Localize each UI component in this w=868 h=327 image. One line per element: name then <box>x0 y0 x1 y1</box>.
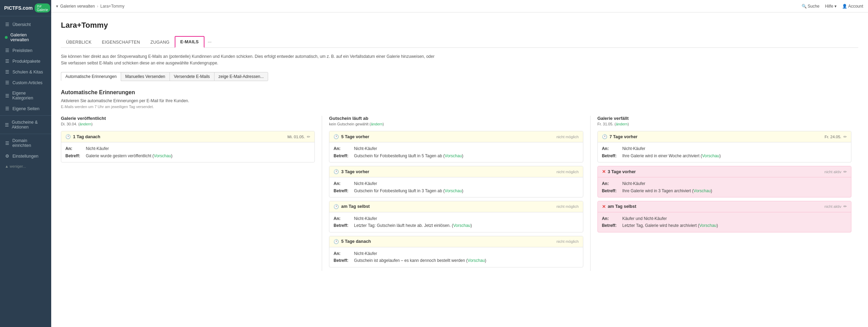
card-body-1-tag: An: Nicht-Käufer Betreff: Galerie wurde … <box>61 142 314 162</box>
subtab-manuelles[interactable]: Manuelles Versenden <box>121 72 169 81</box>
email-card-3-vorher-inactive: ✕ 3 Tage vorher nicht aktiv ✏ An: Nicht-… <box>597 166 851 197</box>
card-header-right: nicht möglich <box>556 170 578 174</box>
card-body-5v: An: Nicht-Käufer Betreff: Gutschein für … <box>329 142 583 162</box>
betreff-value: Ihre Galerie wird in 3 Tagen archiviert … <box>622 187 712 194</box>
col-title-3: Galerie verfällt <box>597 116 851 121</box>
col-subtitle-link-2[interactable]: ändern <box>371 122 383 126</box>
breadcrumb: ▾ Galerien verwalten › Lara+Tommy <box>56 4 799 9</box>
sidebar-item-label: Übersicht <box>12 22 31 27</box>
betreff-label: Betreff: <box>334 187 353 194</box>
sidebar-item-schulen[interactable]: ☰ Schulen & Kitas <box>0 67 51 77</box>
column-galerie-verfaellt: Galerie verfällt Fr. 31.05. (ändern) 🕐 7… <box>597 116 858 271</box>
sidebar-item-gutscheine[interactable]: ☰ Gutscheine & Aktionen <box>0 117 51 132</box>
vorschau-link[interactable]: Vorschau <box>468 258 485 263</box>
vorschau-link[interactable]: Vorschau <box>154 153 171 158</box>
x-icon: ✕ <box>602 204 606 209</box>
an-label: An: <box>65 145 84 152</box>
not-possible-badge: nicht möglich <box>556 135 578 139</box>
sidebar-item-produktpakete[interactable]: ☰ Produktpakete <box>0 56 51 67</box>
card-header-3v-inactive: ✕ 3 Tage vorher nicht aktiv ✏ <box>598 166 851 177</box>
an-label: An: <box>334 215 353 222</box>
vorschau-link[interactable]: Vorschau <box>445 153 462 158</box>
edit-icon-7v[interactable]: ✏ <box>843 134 847 139</box>
vorschau-link[interactable]: Vorschau <box>699 223 716 228</box>
an-label: An: <box>334 145 353 152</box>
not-possible-badge: nicht möglich <box>556 170 578 174</box>
sidebar-item-label: Eigene Kategorien <box>12 91 46 100</box>
card-header-5d: 🕐 5 Tage danach nicht möglich <box>329 236 583 247</box>
card-body-3v-inactive: An: Nicht-Käufer Betreff: Ihre Galerie w… <box>598 177 851 197</box>
card-header-3v: 🕐 3 Tage vorher nicht möglich <box>329 166 583 177</box>
card-header-right: nicht aktiv ✏ <box>824 169 847 174</box>
kategorien-icon: ☰ <box>5 93 9 98</box>
tab-emails[interactable]: E-MAILS <box>175 36 204 48</box>
subtab-automatische[interactable]: Automatische Erinnerungen <box>61 72 121 81</box>
betreff-label: Betreff: <box>602 152 621 159</box>
account-action[interactable]: 👤 Account <box>842 4 863 9</box>
settings-icon: ⚙ <box>5 153 10 159</box>
email-an-field: An: Nicht-Käufer <box>334 250 578 257</box>
sidebar-item-custom[interactable]: ☰ Custom Articles <box>0 77 51 88</box>
an-value: Nicht-Käufer <box>622 180 646 187</box>
col-subtitle-link-1[interactable]: ändern <box>80 122 91 126</box>
col-subtitle-link-3[interactable]: ändern <box>616 122 628 126</box>
sidebar-collapse[interactable]: ▲ weniger... <box>0 161 51 171</box>
zur-galerie-badge[interactable]: zur Galerie <box>35 3 50 12</box>
email-an-field: An: Käufer und Nicht-Käufer <box>602 215 847 222</box>
email-betreff-field: Betreff: Letzter Tag, Galerie wird heute… <box>602 222 847 229</box>
card-label: am Tag selbst <box>608 204 636 209</box>
email-betreff-field: Betreff: Galerie wurde gestern veröffent… <box>65 152 310 159</box>
an-label: An: <box>602 180 621 187</box>
card-header-right: nicht aktiv ✏ <box>824 204 847 209</box>
sidebar-item-label: Galerien verwalten <box>10 33 46 42</box>
card-header-left: 🕐 1 Tag danach <box>65 134 100 139</box>
card-label: am Tag selbst <box>341 204 369 209</box>
vorschau-link[interactable]: Vorschau <box>694 188 711 193</box>
an-value: Nicht-Käufer <box>86 145 109 152</box>
logo-area: PICTFS.com zur Galerie <box>0 0 51 16</box>
edit-icon-1[interactable]: ✏ <box>307 134 310 139</box>
page-title: Lara+Tommy <box>61 21 858 30</box>
subtab-zeige[interactable]: zeige E-Mail-Adressen... <box>214 72 268 81</box>
topbar: ▾ Galerien verwalten › Lara+Tommy 🔍 Such… <box>51 0 868 12</box>
not-active-badge: nicht aktiv <box>824 170 841 174</box>
card-label: 1 Tag danach <box>73 134 100 139</box>
sidebar-item-seiten[interactable]: ☰ Eigene Seiten <box>0 103 51 114</box>
email-card-am-tag: 🕐 am Tag selbst nicht möglich An: Nicht-… <box>329 201 583 232</box>
betreff-label: Betreff: <box>334 257 353 264</box>
vorschau-link[interactable]: Vorschau <box>702 153 719 158</box>
breadcrumb-galerien[interactable]: Galerien verwalten <box>60 4 95 9</box>
vorschau-link[interactable]: Vorschau <box>453 223 470 228</box>
sidebar-item-einstellungen[interactable]: ⚙ Einstellungen <box>0 151 51 161</box>
sidebar-item-uebersicht[interactable]: ☰ Übersicht <box>0 19 51 30</box>
card-header-7v: 🕐 7 Tage vorher Fr. 24.05. ✏ <box>598 131 851 142</box>
help-action[interactable]: Hilfe ▾ <box>825 4 837 9</box>
custom-icon: ☰ <box>5 80 10 85</box>
card-label: 7 Tage vorher <box>610 134 638 139</box>
search-action[interactable]: 🔍 Suche <box>802 4 820 9</box>
sidebar-divider2 <box>0 134 51 134</box>
subtab-versendete[interactable]: Versendete E-Mails <box>170 72 214 81</box>
tab-zugang[interactable]: ZUGANG <box>145 37 175 47</box>
clock-icon: 🕐 <box>334 169 339 174</box>
tab-ueberblick[interactable]: ÜBERBLICK <box>61 37 97 47</box>
sidebar-item-preislisten[interactable]: ☰ Preislisten <box>0 45 51 56</box>
tab-more[interactable]: ··· <box>204 36 215 47</box>
vorschau-link[interactable]: Vorschau <box>445 188 462 193</box>
betreff-value: Letzter Tag, Galerie wird heute archivie… <box>622 222 718 229</box>
sidebar-item-label: Gutscheine & Aktionen <box>12 120 46 130</box>
card-header-left: ✕ am Tag selbst <box>602 204 636 209</box>
tab-eigenschaften[interactable]: EIGENSCHAFTEN <box>97 37 145 47</box>
not-active-badge: nicht aktiv <box>824 204 841 209</box>
sidebar-item-kategorien[interactable]: ☰ Eigene Kategorien <box>0 88 51 103</box>
clock-icon: 🕐 <box>334 239 339 244</box>
betreff-label: Betreff: <box>334 152 353 159</box>
edit-icon-3v[interactable]: ✏ <box>843 169 847 174</box>
card-header-left: 🕐 7 Tage vorher <box>602 134 638 139</box>
email-betreff-field: Betreff: Ihre Galerie wird in 3 Tagen ar… <box>602 187 847 194</box>
sidebar-item-galerien[interactable]: Galerien verwalten <box>0 30 51 45</box>
breadcrumb-dropdown[interactable]: ▾ <box>56 4 58 9</box>
sidebar-item-domain[interactable]: ☰ Domain einrichten <box>0 135 51 151</box>
card-header-right: nicht möglich <box>556 239 578 244</box>
edit-icon-am-tag[interactable]: ✏ <box>843 204 847 209</box>
